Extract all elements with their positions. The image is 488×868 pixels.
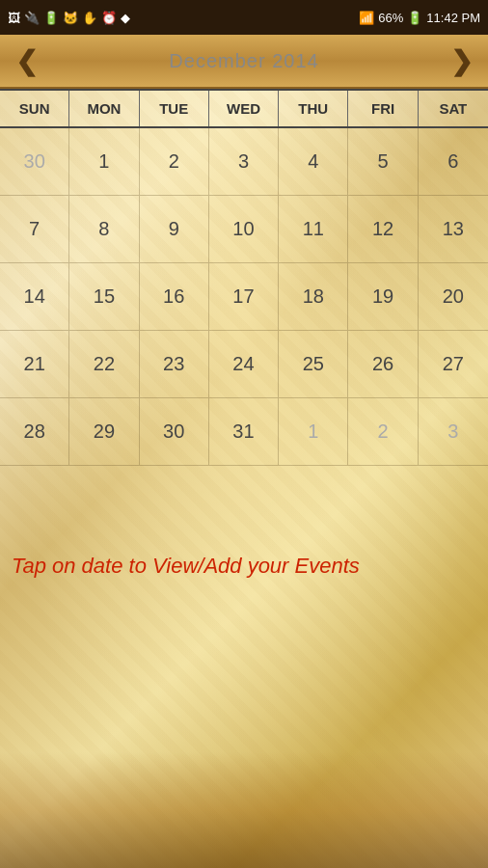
calendar-day-1-3[interactable]: 10 (209, 196, 279, 263)
calendar-day-0-3[interactable]: 3 (209, 128, 279, 196)
battery-status-icon: 🔋 (43, 11, 59, 25)
calendar-day-2-6[interactable]: 20 (419, 263, 488, 331)
eth-icon: ◆ (121, 11, 130, 25)
calendar-day-2-3[interactable]: 17 (209, 263, 279, 331)
calendar-day-0-4[interactable]: 4 (279, 128, 348, 196)
day-header-wed: WED (209, 91, 279, 126)
clock-icon: ⏰ (101, 11, 117, 25)
image-icon: 🖼 (8, 11, 20, 25)
status-bar: 🖼 🔌 🔋 🐱 ✋ ⏰ ◆ 📶 66% 🔋 11:42 PM (0, 0, 488, 35)
battery-percent: 66% (378, 11, 403, 25)
day-header-fri: FRI (348, 91, 418, 126)
calendar-container: SUNMONTUEWEDTHUFRISAT 301234567891011121… (0, 89, 488, 868)
calendar-day-1-6[interactable]: 13 (419, 196, 488, 263)
signal-icon: 📶 (359, 11, 374, 25)
calendar-day-1-2[interactable]: 9 (140, 196, 209, 263)
calendar-day-0-1[interactable]: 1 (69, 128, 139, 196)
calendar-day-1-1[interactable]: 8 (69, 196, 139, 263)
calendar-day-3-4[interactable]: 25 (279, 331, 348, 398)
calendar-day-4-1[interactable]: 29 (69, 398, 139, 466)
calendar-day-3-5[interactable]: 26 (348, 331, 418, 398)
status-left-icons: 🖼 🔌 🔋 🐱 ✋ ⏰ ◆ (8, 11, 130, 25)
calendar-day-3-6[interactable]: 27 (419, 331, 488, 398)
day-header-thu: THU (279, 91, 348, 126)
calendar-day-0-5[interactable]: 5 (348, 128, 418, 196)
calendar-day-1-4[interactable]: 11 (279, 196, 348, 263)
battery-icon: 🔋 (407, 11, 422, 25)
calendar-day-0-2[interactable]: 2 (140, 128, 209, 196)
day-header-sun: SUN (0, 91, 69, 126)
prev-month-button[interactable]: ❮ (15, 45, 38, 77)
calendar-day-3-1[interactable]: 22 (69, 331, 139, 398)
month-title: December 2014 (169, 50, 318, 72)
calendar-day-4-2[interactable]: 30 (140, 398, 209, 466)
calendar-day-0-0[interactable]: 30 (0, 128, 69, 196)
calendar-day-1-0[interactable]: 7 (0, 196, 69, 263)
calendar-day-2-0[interactable]: 14 (0, 263, 69, 331)
cat-icon: 🐱 (63, 11, 78, 25)
calendar-day-3-0[interactable]: 21 (0, 331, 69, 398)
calendar-day-4-3[interactable]: 31 (209, 398, 279, 466)
calendar-day-2-2[interactable]: 16 (140, 263, 209, 331)
usb-icon: 🔌 (24, 11, 40, 25)
calendar-day-0-6[interactable]: 6 (419, 128, 488, 196)
calendar-day-4-4[interactable]: 1 (279, 398, 348, 466)
calendar-day-4-5[interactable]: 2 (348, 398, 418, 466)
hint-text: Tap on date to View/Add your Events (0, 533, 488, 581)
status-right-icons: 📶 66% 🔋 11:42 PM (359, 11, 480, 25)
calendar-day-2-1[interactable]: 15 (69, 263, 139, 331)
calendar-day-3-2[interactable]: 23 (140, 331, 209, 398)
calendar-day-3-3[interactable]: 24 (209, 331, 279, 398)
day-header-sat: SAT (419, 91, 488, 126)
day-header-tue: TUE (140, 91, 209, 126)
calendar-day-1-5[interactable]: 12 (348, 196, 418, 263)
time-display: 11:42 PM (426, 11, 480, 25)
hand-icon: ✋ (82, 11, 97, 25)
calendar-grid: 3012345678910111213141516171819202122232… (0, 128, 488, 533)
calendar-day-2-5[interactable]: 19 (348, 263, 418, 331)
calendar-header: ❮ December 2014 ❯ (0, 35, 488, 89)
calendar-day-4-6[interactable]: 3 (419, 398, 488, 466)
bottom-decoration (0, 752, 488, 868)
next-month-button[interactable]: ❯ (450, 45, 473, 77)
day-header-mon: MON (69, 91, 139, 126)
calendar-day-4-0[interactable]: 28 (0, 398, 69, 466)
calendar-day-2-4[interactable]: 18 (279, 263, 348, 331)
day-headers-row: SUNMONTUEWEDTHUFRISAT (0, 89, 488, 128)
